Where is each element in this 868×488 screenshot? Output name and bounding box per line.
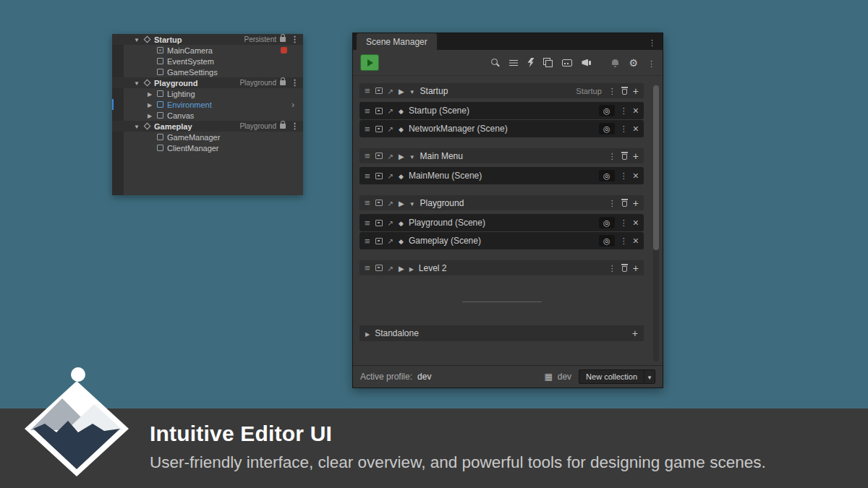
hierarchy-item-environment[interactable]: Environment [112,99,303,110]
hierarchy-item-canvas[interactable]: Canvas [112,110,303,121]
kebab-menu-icon[interactable] [620,218,628,227]
profile-name[interactable]: dev [558,372,571,382]
add-scene-icon[interactable] [633,263,639,273]
collection-header[interactable]: Playground [359,195,644,210]
scene-target-button[interactable] [599,217,615,228]
frame-icon[interactable] [375,108,383,114]
scene-target-button[interactable] [599,123,615,134]
standalone-section[interactable]: Standalone [359,325,644,341]
play-collection-icon[interactable] [399,152,404,160]
trash-icon[interactable] [621,152,628,160]
active-profile-value[interactable]: dev [417,372,431,382]
captions-icon[interactable] [562,59,572,67]
kebab-menu-icon[interactable] [620,106,628,115]
collection-header[interactable]: Main Menu [359,148,644,163]
kebab-menu-icon[interactable] [620,124,628,133]
open-external-icon[interactable] [388,264,393,273]
frame-icon[interactable] [375,153,383,159]
kebab-menu-icon[interactable] [608,264,616,273]
open-external-icon[interactable] [388,124,393,133]
hierarchy-scene-header-startup[interactable]: Startup Persistent [112,34,303,45]
foldout-open-icon[interactable] [134,79,143,87]
scene-target-button[interactable] [599,105,615,116]
kebab-menu-icon[interactable] [608,152,616,160]
scrollbar-thumb[interactable] [653,85,659,250]
remove-scene-icon[interactable] [633,124,639,134]
trash-icon[interactable] [621,87,628,95]
add-scene-icon[interactable] [633,198,639,208]
frame-icon[interactable] [375,173,383,179]
lock-icon[interactable] [280,37,286,42]
add-scene-icon[interactable] [633,151,639,161]
layers-icon[interactable] [543,58,553,67]
lightning-icon[interactable] [527,58,534,67]
trash-icon[interactable] [621,199,628,207]
add-standalone-icon[interactable] [632,328,638,338]
hierarchy-item-maincamera[interactable]: MainCamera [112,45,303,56]
play-collection-icon[interactable] [399,264,404,273]
trash-icon[interactable] [621,264,628,272]
foldout-closed-icon[interactable] [409,264,414,273]
kebab-menu-icon[interactable] [620,236,628,245]
frame-icon[interactable] [375,126,383,132]
collection-header[interactable]: Level 2 [359,260,644,275]
hierarchy-item-gamemanager[interactable]: GameManager [112,132,303,142]
settings-gear-icon[interactable] [629,57,638,69]
frame-icon[interactable] [375,200,383,206]
scene-row[interactable]: Playground (Scene) [359,214,644,231]
hierarchy-scene-header-playground[interactable]: Playground Playground [112,77,303,88]
list-view-icon[interactable] [509,59,518,67]
kebab-menu-icon[interactable] [291,35,299,43]
open-external-icon[interactable] [388,218,393,227]
scene-target-button[interactable] [599,170,615,181]
window-menu-icon[interactable] [648,36,663,48]
open-external-icon[interactable] [388,171,393,180]
drag-handle-icon[interactable] [365,151,370,160]
scene-row[interactable]: Gameplay (Scene) [359,232,644,249]
drag-handle-icon[interactable] [365,218,370,228]
foldout-open-icon[interactable] [409,152,415,160]
foldout-closed-icon[interactable] [148,111,154,119]
kebab-menu-icon[interactable] [291,79,299,87]
foldout-closed-icon[interactable] [148,90,154,98]
scrollbar[interactable] [653,85,659,361]
search-icon[interactable] [490,58,500,67]
lock-icon[interactable] [280,80,286,85]
drag-handle-icon[interactable] [365,171,370,181]
kebab-menu-icon[interactable] [608,199,616,207]
remove-scene-icon[interactable] [633,236,639,246]
frame-icon[interactable] [375,238,383,244]
hierarchy-item-gamesettings[interactable]: GameSettings [112,67,303,77]
hierarchy-item-eventsystem[interactable]: EventSystem [112,56,303,67]
open-external-icon[interactable] [388,236,393,245]
foldout-open-icon[interactable] [134,35,143,43]
frame-icon[interactable] [375,220,383,226]
open-external-icon[interactable] [388,106,393,115]
new-collection-button[interactable]: New collection [579,369,655,384]
kebab-menu-icon[interactable] [620,171,628,180]
chevron-right-icon[interactable] [292,100,294,109]
notifications-bell-icon[interactable] [611,59,619,67]
kebab-menu-icon[interactable] [291,122,299,130]
scene-row[interactable]: NetworkManager (Scene) [359,120,644,137]
remove-scene-icon[interactable] [633,218,639,228]
drag-handle-icon[interactable] [365,86,370,95]
drag-handle-icon[interactable] [365,124,370,134]
foldout-closed-icon[interactable] [148,100,154,108]
hierarchy-scene-header-gameplay[interactable]: Gameplay Playground [112,121,303,132]
foldout-closed-icon[interactable] [365,329,370,338]
play-collection-icon[interactable] [399,199,404,207]
toolbar-menu-icon[interactable] [647,57,655,69]
remove-scene-icon[interactable] [633,171,639,181]
scene-target-button[interactable] [599,235,615,247]
collection-header[interactable]: Startup Startup [359,83,644,98]
frame-icon[interactable] [375,87,383,94]
drag-handle-icon[interactable] [365,263,370,273]
drag-handle-icon[interactable] [365,236,370,246]
play-button[interactable] [360,54,379,71]
hierarchy-item-lighting[interactable]: Lighting [112,88,303,99]
foldout-open-icon[interactable] [409,199,415,207]
lock-icon[interactable] [280,124,286,129]
open-external-icon[interactable] [388,199,393,207]
megaphone-icon[interactable] [582,59,592,67]
